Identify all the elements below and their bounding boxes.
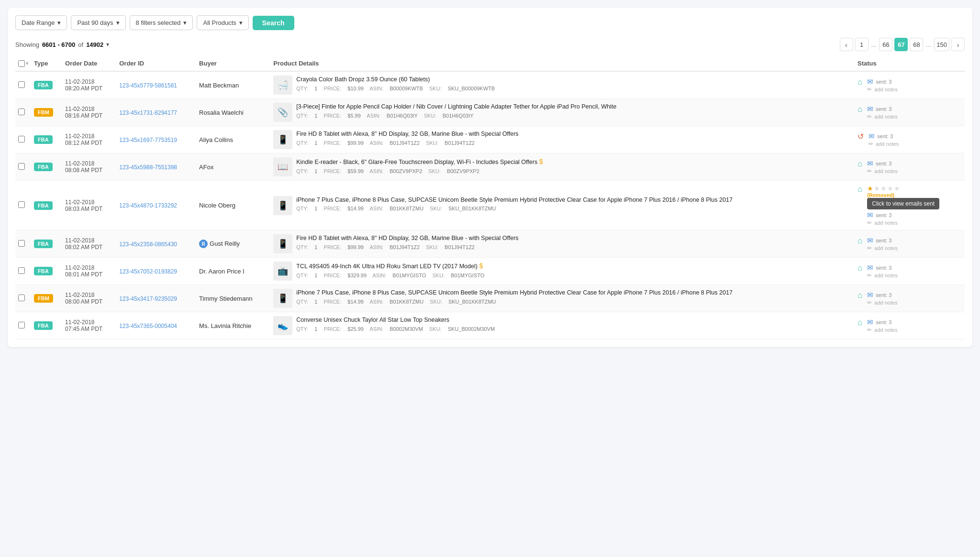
order-id-link[interactable]: 123-45x1697-7753519 [119, 137, 177, 143]
sent-label: sent: 3 [876, 106, 891, 112]
order-id[interactable]: 123-45x5779-5861581 [119, 82, 193, 89]
row-checkbox[interactable] [18, 322, 25, 328]
page-68-button[interactable]: 68 [910, 38, 923, 51]
product-details: 📱 iPhone 7 Plus Case, iPhone 8 Plus Case… [273, 289, 852, 308]
add-notes-link[interactable]: add notes [874, 327, 897, 333]
add-notes-link[interactable]: add notes [874, 300, 897, 306]
row-checkbox[interactable] [18, 201, 25, 208]
email-icon[interactable]: ✉ [867, 105, 873, 113]
product-meta: QTY: 1 PRICE: $329.99 ASIN: B01MYGISTO S… [296, 273, 852, 278]
page-150-button[interactable]: 150 [934, 38, 949, 51]
order-id[interactable]: 123-45x1731-8294177 [119, 109, 193, 116]
order-id[interactable]: 123-45x1697-7753519 [119, 136, 193, 143]
status-line: ✉ sent: 3 [869, 132, 899, 141]
past-90-button[interactable]: Past 90 days ▾ [71, 15, 125, 30]
row-checkbox[interactable] [18, 163, 25, 170]
home-icon[interactable]: ⌂ [858, 77, 862, 87]
product-info: Kindle E-reader - Black, 6" Glare-Free T… [296, 157, 852, 174]
add-notes-link[interactable]: add notes [874, 168, 897, 174]
prev-page-button[interactable]: ‹ [840, 38, 853, 51]
home-icon[interactable]: ⌂ [858, 263, 862, 273]
email-icon[interactable]: ✉ [867, 291, 873, 299]
email-icon[interactable]: ✉ [867, 318, 873, 327]
product-image: 🛁 [273, 76, 292, 95]
status-line: ✉ sent: 3 [867, 236, 897, 245]
home-icon[interactable]: ⌂ [858, 291, 862, 300]
order-id[interactable]: 123-45x2358-0865430 [119, 240, 193, 248]
table-row: FBM11-02-201808:00 AM PDT123-45x3417-923… [15, 285, 965, 312]
order-id-link[interactable]: 123-45x4870-1733292 [119, 202, 177, 209]
product-details: 👟 Converse Unisex Chuck Taylor All Star … [273, 316, 852, 335]
row-checkbox[interactable] [18, 136, 25, 142]
order-date: 11-02-201808:16 AM PDT [65, 106, 113, 119]
order-id-link[interactable]: 123-45x3417-9235029 [119, 295, 177, 302]
add-notes-line: ✏ add notes [867, 113, 897, 120]
order-id[interactable]: 123-45x7365-0005404 [119, 322, 193, 329]
email-icon[interactable]: ✉ [867, 263, 873, 272]
page-1-button[interactable]: 1 [855, 38, 869, 51]
search-button[interactable]: Search [253, 16, 294, 30]
order-id-link[interactable]: 123-45x2358-0865430 [119, 241, 177, 248]
order-id[interactable]: 123-45x7052-0193829 [119, 268, 193, 275]
add-notes-link[interactable]: add notes [876, 141, 899, 147]
product-image: 📖 [273, 157, 292, 176]
buyer-r-badge: R [199, 240, 208, 248]
sent-label: sent: 3 [876, 161, 891, 166]
product-image: 📺 [273, 262, 292, 281]
status-cell: ⌂ ✉ sent: 3 ✏ add notes [855, 153, 965, 181]
buyer-name: Nicole Oberg [199, 202, 267, 209]
order-id-link[interactable]: 123-45x5779-5861581 [119, 82, 177, 89]
add-notes-link[interactable]: add notes [874, 245, 897, 251]
page-67-button[interactable]: 67 [894, 38, 908, 51]
filters-label: 8 filters selected [136, 19, 181, 26]
date-range-button[interactable]: Date Range ▾ [15, 15, 67, 30]
all-products-button[interactable]: All Products ▾ [197, 15, 248, 30]
page-66-button[interactable]: 66 [879, 38, 892, 51]
next-page-button[interactable]: › [951, 38, 965, 51]
order-id-link[interactable]: 123-45x7052-0193829 [119, 268, 177, 275]
add-notes-link[interactable]: add notes [874, 220, 897, 226]
status-cell: ⌂ ✉ sent: 3 ✏ add notes [855, 230, 965, 258]
chevron-down-icon[interactable]: ▾ [106, 41, 109, 48]
filters-button[interactable]: 8 filters selected ▾ [130, 15, 193, 30]
row-checkbox[interactable] [18, 267, 25, 274]
order-id-link[interactable]: 123-45x1731-8294177 [119, 109, 177, 116]
email-icon[interactable]: ✉ [867, 77, 873, 86]
order-id[interactable]: 123-45x3417-9235029 [119, 295, 193, 302]
product-info: iPhone 7 Plus Case, iPhone 8 Plus Case, … [296, 196, 852, 212]
add-notes-link[interactable]: add notes [874, 273, 897, 278]
refresh-icon[interactable]: ↺ [858, 132, 864, 141]
status-cell: ⌂ ✉ sent: 3 ✏ add notes [855, 285, 965, 312]
email-icon[interactable]: ✉ [867, 159, 873, 168]
all-products-caret: ▾ [239, 19, 243, 26]
product-details: 📎 [3-Piece] Fintie for Apple Pencil Cap … [273, 103, 852, 122]
row-checkbox[interactable] [18, 109, 25, 115]
type-badge: FBA [34, 321, 53, 330]
home-icon[interactable]: ⌂ [858, 105, 862, 114]
add-notes-link[interactable]: add notes [874, 114, 897, 120]
home-icon[interactable]: ⌂ [858, 185, 862, 194]
add-notes-link[interactable]: add notes [874, 87, 897, 92]
email-icon[interactable]: ✉ [869, 132, 875, 141]
email-icon[interactable]: ✉ [867, 236, 873, 245]
pencil-icon: ✏ [867, 113, 872, 120]
select-all-checkbox[interactable] [18, 60, 25, 67]
product-image: 📱 [273, 234, 292, 253]
email-icon[interactable]: ✉ [867, 211, 873, 219]
sent-label: sent: 3 [876, 79, 891, 85]
home-icon[interactable]: ⌂ [858, 318, 862, 328]
star-rating: ★★★★★ [867, 185, 939, 192]
row-checkbox[interactable] [18, 240, 25, 247]
order-id[interactable]: 123-45x5988-7551398 [119, 164, 193, 171]
home-icon[interactable]: ⌂ [858, 159, 862, 169]
row-checkbox[interactable] [18, 295, 25, 301]
order-id-link[interactable]: 123-45x5988-7551398 [119, 164, 177, 171]
pencil-icon: ✏ [869, 141, 873, 147]
order-id[interactable]: 123-45x4870-1733292 [119, 202, 193, 209]
type-badge: FBA [34, 163, 53, 171]
select-all-caret[interactable]: ▾ [26, 61, 28, 66]
status-line: ✉ sent: 3 [867, 263, 897, 272]
row-checkbox[interactable] [18, 81, 25, 88]
home-icon[interactable]: ⌂ [858, 236, 862, 246]
order-id-link[interactable]: 123-45x7365-0005404 [119, 323, 177, 329]
